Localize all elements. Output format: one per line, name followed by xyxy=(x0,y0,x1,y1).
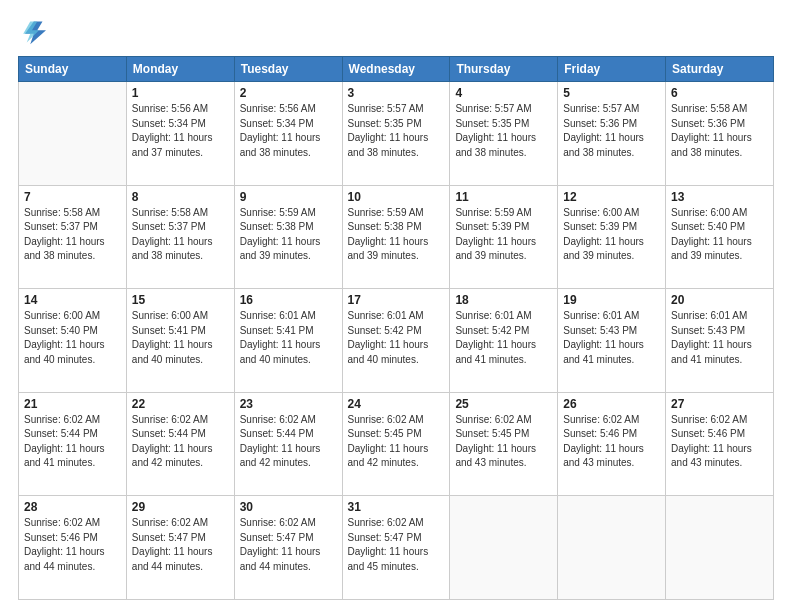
calendar-cell: 29Sunrise: 6:02 AMSunset: 5:47 PMDayligh… xyxy=(126,496,234,600)
calendar-cell: 21Sunrise: 6:02 AMSunset: 5:44 PMDayligh… xyxy=(19,392,127,496)
day-info: Sunrise: 5:59 AMSunset: 5:39 PMDaylight:… xyxy=(455,206,552,264)
week-row-2: 7Sunrise: 5:58 AMSunset: 5:37 PMDaylight… xyxy=(19,185,774,289)
day-info: Sunrise: 6:02 AMSunset: 5:46 PMDaylight:… xyxy=(563,413,660,471)
day-info: Sunrise: 5:56 AMSunset: 5:34 PMDaylight:… xyxy=(132,102,229,160)
day-info: Sunrise: 5:59 AMSunset: 5:38 PMDaylight:… xyxy=(240,206,337,264)
calendar-table: SundayMondayTuesdayWednesdayThursdayFrid… xyxy=(18,56,774,600)
day-number: 20 xyxy=(671,293,768,307)
day-number: 23 xyxy=(240,397,337,411)
day-info: Sunrise: 6:02 AMSunset: 5:45 PMDaylight:… xyxy=(348,413,445,471)
day-info: Sunrise: 6:02 AMSunset: 5:46 PMDaylight:… xyxy=(24,516,121,574)
weekday-header-wednesday: Wednesday xyxy=(342,57,450,82)
calendar-cell: 24Sunrise: 6:02 AMSunset: 5:45 PMDayligh… xyxy=(342,392,450,496)
calendar-cell: 22Sunrise: 6:02 AMSunset: 5:44 PMDayligh… xyxy=(126,392,234,496)
day-number: 5 xyxy=(563,86,660,100)
header xyxy=(18,18,774,46)
day-info: Sunrise: 6:02 AMSunset: 5:47 PMDaylight:… xyxy=(132,516,229,574)
day-number: 18 xyxy=(455,293,552,307)
calendar-cell: 1Sunrise: 5:56 AMSunset: 5:34 PMDaylight… xyxy=(126,82,234,186)
day-number: 4 xyxy=(455,86,552,100)
day-info: Sunrise: 6:01 AMSunset: 5:41 PMDaylight:… xyxy=(240,309,337,367)
calendar-cell: 14Sunrise: 6:00 AMSunset: 5:40 PMDayligh… xyxy=(19,289,127,393)
day-info: Sunrise: 6:02 AMSunset: 5:44 PMDaylight:… xyxy=(24,413,121,471)
day-number: 31 xyxy=(348,500,445,514)
day-number: 24 xyxy=(348,397,445,411)
day-number: 19 xyxy=(563,293,660,307)
calendar-cell: 23Sunrise: 6:02 AMSunset: 5:44 PMDayligh… xyxy=(234,392,342,496)
day-number: 10 xyxy=(348,190,445,204)
calendar-cell: 20Sunrise: 6:01 AMSunset: 5:43 PMDayligh… xyxy=(666,289,774,393)
calendar-cell: 3Sunrise: 5:57 AMSunset: 5:35 PMDaylight… xyxy=(342,82,450,186)
calendar-cell: 15Sunrise: 6:00 AMSunset: 5:41 PMDayligh… xyxy=(126,289,234,393)
calendar-cell: 30Sunrise: 6:02 AMSunset: 5:47 PMDayligh… xyxy=(234,496,342,600)
week-row-3: 14Sunrise: 6:00 AMSunset: 5:40 PMDayligh… xyxy=(19,289,774,393)
day-info: Sunrise: 5:58 AMSunset: 5:37 PMDaylight:… xyxy=(132,206,229,264)
day-info: Sunrise: 6:01 AMSunset: 5:43 PMDaylight:… xyxy=(671,309,768,367)
day-number: 26 xyxy=(563,397,660,411)
calendar-cell: 6Sunrise: 5:58 AMSunset: 5:36 PMDaylight… xyxy=(666,82,774,186)
day-number: 11 xyxy=(455,190,552,204)
day-number: 15 xyxy=(132,293,229,307)
day-number: 1 xyxy=(132,86,229,100)
day-info: Sunrise: 5:57 AMSunset: 5:36 PMDaylight:… xyxy=(563,102,660,160)
day-number: 2 xyxy=(240,86,337,100)
calendar-cell xyxy=(666,496,774,600)
weekday-header-saturday: Saturday xyxy=(666,57,774,82)
day-info: Sunrise: 5:58 AMSunset: 5:36 PMDaylight:… xyxy=(671,102,768,160)
day-info: Sunrise: 5:58 AMSunset: 5:37 PMDaylight:… xyxy=(24,206,121,264)
day-info: Sunrise: 6:02 AMSunset: 5:47 PMDaylight:… xyxy=(348,516,445,574)
day-info: Sunrise: 6:00 AMSunset: 5:40 PMDaylight:… xyxy=(24,309,121,367)
day-info: Sunrise: 5:59 AMSunset: 5:38 PMDaylight:… xyxy=(348,206,445,264)
logo-icon xyxy=(18,18,46,46)
calendar-cell: 8Sunrise: 5:58 AMSunset: 5:37 PMDaylight… xyxy=(126,185,234,289)
page: SundayMondayTuesdayWednesdayThursdayFrid… xyxy=(0,0,792,612)
day-number: 17 xyxy=(348,293,445,307)
calendar-cell: 11Sunrise: 5:59 AMSunset: 5:39 PMDayligh… xyxy=(450,185,558,289)
calendar-cell xyxy=(558,496,666,600)
weekday-header-friday: Friday xyxy=(558,57,666,82)
day-info: Sunrise: 5:56 AMSunset: 5:34 PMDaylight:… xyxy=(240,102,337,160)
calendar-cell: 5Sunrise: 5:57 AMSunset: 5:36 PMDaylight… xyxy=(558,82,666,186)
calendar-cell: 28Sunrise: 6:02 AMSunset: 5:46 PMDayligh… xyxy=(19,496,127,600)
calendar-cell: 9Sunrise: 5:59 AMSunset: 5:38 PMDaylight… xyxy=(234,185,342,289)
day-info: Sunrise: 6:01 AMSunset: 5:42 PMDaylight:… xyxy=(348,309,445,367)
calendar-cell: 4Sunrise: 5:57 AMSunset: 5:35 PMDaylight… xyxy=(450,82,558,186)
day-info: Sunrise: 6:02 AMSunset: 5:45 PMDaylight:… xyxy=(455,413,552,471)
day-number: 27 xyxy=(671,397,768,411)
calendar-cell: 2Sunrise: 5:56 AMSunset: 5:34 PMDaylight… xyxy=(234,82,342,186)
calendar-cell: 18Sunrise: 6:01 AMSunset: 5:42 PMDayligh… xyxy=(450,289,558,393)
calendar-cell: 16Sunrise: 6:01 AMSunset: 5:41 PMDayligh… xyxy=(234,289,342,393)
week-row-4: 21Sunrise: 6:02 AMSunset: 5:44 PMDayligh… xyxy=(19,392,774,496)
weekday-header-row: SundayMondayTuesdayWednesdayThursdayFrid… xyxy=(19,57,774,82)
day-number: 21 xyxy=(24,397,121,411)
day-number: 22 xyxy=(132,397,229,411)
day-info: Sunrise: 6:02 AMSunset: 5:46 PMDaylight:… xyxy=(671,413,768,471)
day-info: Sunrise: 6:00 AMSunset: 5:39 PMDaylight:… xyxy=(563,206,660,264)
calendar-cell: 13Sunrise: 6:00 AMSunset: 5:40 PMDayligh… xyxy=(666,185,774,289)
day-info: Sunrise: 6:02 AMSunset: 5:44 PMDaylight:… xyxy=(132,413,229,471)
weekday-header-thursday: Thursday xyxy=(450,57,558,82)
day-number: 14 xyxy=(24,293,121,307)
calendar-cell: 10Sunrise: 5:59 AMSunset: 5:38 PMDayligh… xyxy=(342,185,450,289)
day-info: Sunrise: 6:02 AMSunset: 5:44 PMDaylight:… xyxy=(240,413,337,471)
calendar-cell: 17Sunrise: 6:01 AMSunset: 5:42 PMDayligh… xyxy=(342,289,450,393)
day-number: 28 xyxy=(24,500,121,514)
day-info: Sunrise: 6:01 AMSunset: 5:42 PMDaylight:… xyxy=(455,309,552,367)
calendar-cell: 26Sunrise: 6:02 AMSunset: 5:46 PMDayligh… xyxy=(558,392,666,496)
day-number: 9 xyxy=(240,190,337,204)
logo xyxy=(18,18,50,46)
week-row-1: 1Sunrise: 5:56 AMSunset: 5:34 PMDaylight… xyxy=(19,82,774,186)
day-info: Sunrise: 6:00 AMSunset: 5:40 PMDaylight:… xyxy=(671,206,768,264)
calendar-cell: 12Sunrise: 6:00 AMSunset: 5:39 PMDayligh… xyxy=(558,185,666,289)
day-number: 7 xyxy=(24,190,121,204)
calendar-cell: 27Sunrise: 6:02 AMSunset: 5:46 PMDayligh… xyxy=(666,392,774,496)
day-info: Sunrise: 6:01 AMSunset: 5:43 PMDaylight:… xyxy=(563,309,660,367)
day-number: 30 xyxy=(240,500,337,514)
calendar-cell: 7Sunrise: 5:58 AMSunset: 5:37 PMDaylight… xyxy=(19,185,127,289)
day-number: 3 xyxy=(348,86,445,100)
weekday-header-sunday: Sunday xyxy=(19,57,127,82)
day-info: Sunrise: 5:57 AMSunset: 5:35 PMDaylight:… xyxy=(348,102,445,160)
calendar-cell: 31Sunrise: 6:02 AMSunset: 5:47 PMDayligh… xyxy=(342,496,450,600)
calendar-cell xyxy=(19,82,127,186)
weekday-header-tuesday: Tuesday xyxy=(234,57,342,82)
